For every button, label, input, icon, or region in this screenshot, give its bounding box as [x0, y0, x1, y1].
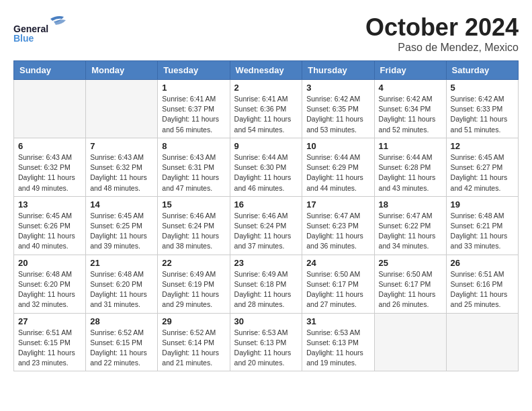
calendar-cell: 31Sunrise: 6:53 AMSunset: 6:13 PMDayligh…	[302, 313, 374, 371]
day-info: Sunrise: 6:46 AMSunset: 6:24 PMDaylight:…	[162, 211, 225, 252]
title-block: October 2024 Paso de Mendez, Mexico	[365, 13, 519, 54]
day-info: Sunrise: 6:51 AMSunset: 6:15 PMDaylight:…	[18, 328, 81, 369]
day-number: 17	[306, 199, 369, 210]
calendar-cell: 10Sunrise: 6:44 AMSunset: 6:29 PMDayligh…	[302, 138, 374, 196]
calendar-cell: 7Sunrise: 6:43 AMSunset: 6:32 PMDaylight…	[86, 138, 158, 196]
day-number: 5	[451, 83, 514, 93]
day-number: 7	[90, 141, 153, 151]
day-number: 19	[451, 199, 514, 210]
calendar-cell: 24Sunrise: 6:50 AMSunset: 6:17 PMDayligh…	[302, 255, 374, 313]
day-info: Sunrise: 6:48 AMSunset: 6:20 PMDaylight:…	[18, 269, 81, 310]
day-number: 20	[18, 258, 81, 268]
calendar-cell: 6Sunrise: 6:43 AMSunset: 6:32 PMDaylight…	[14, 138, 86, 196]
day-number: 11	[379, 141, 442, 151]
calendar-cell	[374, 313, 446, 371]
day-info: Sunrise: 6:44 AMSunset: 6:28 PMDaylight:…	[379, 152, 442, 193]
calendar-cell: 11Sunrise: 6:44 AMSunset: 6:28 PMDayligh…	[374, 138, 446, 196]
logo: General Blue	[13, 13, 74, 44]
day-header-saturday: Saturday	[446, 61, 518, 80]
day-number: 30	[234, 316, 298, 326]
calendar-cell	[446, 313, 518, 371]
day-header-monday: Monday	[86, 61, 158, 80]
day-info: Sunrise: 6:44 AMSunset: 6:29 PMDaylight:…	[306, 152, 369, 193]
calendar-cell: 26Sunrise: 6:51 AMSunset: 6:16 PMDayligh…	[446, 255, 518, 313]
location-title: Paso de Mendez, Mexico	[365, 42, 519, 54]
day-number: 27	[18, 316, 81, 326]
day-number: 12	[451, 141, 514, 151]
calendar-cell: 20Sunrise: 6:48 AMSunset: 6:20 PMDayligh…	[14, 255, 86, 313]
day-info: Sunrise: 6:47 AMSunset: 6:23 PMDaylight:…	[306, 211, 369, 252]
day-number: 28	[90, 316, 153, 326]
day-number: 23	[234, 258, 298, 268]
calendar-cell: 4Sunrise: 6:42 AMSunset: 6:34 PMDaylight…	[374, 80, 446, 138]
day-number: 29	[162, 316, 225, 326]
day-number: 31	[306, 316, 369, 326]
day-header-tuesday: Tuesday	[158, 61, 230, 80]
calendar-cell: 19Sunrise: 6:48 AMSunset: 6:21 PMDayligh…	[446, 196, 518, 255]
day-number: 1	[162, 83, 225, 93]
day-header-thursday: Thursday	[302, 61, 374, 80]
day-number: 10	[306, 141, 369, 151]
calendar-week-1: 6Sunrise: 6:43 AMSunset: 6:32 PMDaylight…	[14, 138, 519, 196]
calendar-table: SundayMondayTuesdayWednesdayThursdayFrid…	[13, 60, 519, 371]
day-info: Sunrise: 6:42 AMSunset: 6:33 PMDaylight:…	[451, 94, 514, 135]
day-info: Sunrise: 6:43 AMSunset: 6:32 PMDaylight:…	[90, 152, 153, 193]
day-number: 21	[90, 258, 153, 268]
calendar-cell: 29Sunrise: 6:52 AMSunset: 6:14 PMDayligh…	[158, 313, 230, 371]
day-info: Sunrise: 6:50 AMSunset: 6:17 PMDaylight:…	[306, 269, 369, 310]
calendar-cell: 2Sunrise: 6:41 AMSunset: 6:36 PMDaylight…	[230, 80, 302, 138]
day-number: 2	[234, 83, 298, 93]
svg-text:Blue: Blue	[13, 33, 34, 44]
calendar-header-row: SundayMondayTuesdayWednesdayThursdayFrid…	[14, 61, 519, 80]
calendar-week-3: 20Sunrise: 6:48 AMSunset: 6:20 PMDayligh…	[14, 255, 519, 313]
day-number: 13	[18, 199, 81, 210]
day-info: Sunrise: 6:43 AMSunset: 6:31 PMDaylight:…	[162, 152, 225, 193]
day-info: Sunrise: 6:41 AMSunset: 6:37 PMDaylight:…	[162, 94, 225, 135]
calendar-cell: 18Sunrise: 6:47 AMSunset: 6:22 PMDayligh…	[374, 196, 446, 255]
calendar-cell: 21Sunrise: 6:48 AMSunset: 6:20 PMDayligh…	[86, 255, 158, 313]
calendar-cell: 8Sunrise: 6:43 AMSunset: 6:31 PMDaylight…	[158, 138, 230, 196]
calendar-cell: 22Sunrise: 6:49 AMSunset: 6:19 PMDayligh…	[158, 255, 230, 313]
calendar-cell: 16Sunrise: 6:46 AMSunset: 6:24 PMDayligh…	[230, 196, 302, 255]
day-number: 4	[379, 83, 442, 93]
day-info: Sunrise: 6:45 AMSunset: 6:25 PMDaylight:…	[90, 211, 153, 252]
day-number: 26	[451, 258, 514, 268]
day-info: Sunrise: 6:49 AMSunset: 6:19 PMDaylight:…	[162, 269, 225, 310]
month-title: October 2024	[365, 13, 519, 42]
calendar-cell	[14, 80, 86, 138]
day-info: Sunrise: 6:47 AMSunset: 6:22 PMDaylight:…	[379, 211, 442, 252]
calendar-cell: 23Sunrise: 6:49 AMSunset: 6:18 PMDayligh…	[230, 255, 302, 313]
day-number: 8	[162, 141, 225, 151]
calendar-cell: 12Sunrise: 6:45 AMSunset: 6:27 PMDayligh…	[446, 138, 518, 196]
day-info: Sunrise: 6:51 AMSunset: 6:16 PMDaylight:…	[451, 269, 514, 310]
calendar-cell: 9Sunrise: 6:44 AMSunset: 6:30 PMDaylight…	[230, 138, 302, 196]
calendar-cell: 17Sunrise: 6:47 AMSunset: 6:23 PMDayligh…	[302, 196, 374, 255]
page-header: General Blue October 2024 Paso de Mendez…	[13, 13, 519, 54]
day-number: 24	[306, 258, 369, 268]
calendar-cell: 27Sunrise: 6:51 AMSunset: 6:15 PMDayligh…	[14, 313, 86, 371]
day-info: Sunrise: 6:45 AMSunset: 6:27 PMDaylight:…	[451, 152, 514, 193]
calendar-cell: 15Sunrise: 6:46 AMSunset: 6:24 PMDayligh…	[158, 196, 230, 255]
calendar-week-2: 13Sunrise: 6:45 AMSunset: 6:26 PMDayligh…	[14, 196, 519, 255]
day-number: 18	[379, 199, 442, 210]
day-info: Sunrise: 6:42 AMSunset: 6:35 PMDaylight:…	[306, 94, 369, 135]
calendar-cell: 30Sunrise: 6:53 AMSunset: 6:13 PMDayligh…	[230, 313, 302, 371]
calendar-cell: 28Sunrise: 6:52 AMSunset: 6:15 PMDayligh…	[86, 313, 158, 371]
day-info: Sunrise: 6:53 AMSunset: 6:13 PMDaylight:…	[234, 328, 298, 369]
calendar-cell: 14Sunrise: 6:45 AMSunset: 6:25 PMDayligh…	[86, 196, 158, 255]
day-info: Sunrise: 6:48 AMSunset: 6:20 PMDaylight:…	[90, 269, 153, 310]
calendar-cell: 25Sunrise: 6:50 AMSunset: 6:17 PMDayligh…	[374, 255, 446, 313]
calendar-week-0: 1Sunrise: 6:41 AMSunset: 6:37 PMDaylight…	[14, 80, 519, 138]
calendar-cell	[86, 80, 158, 138]
day-info: Sunrise: 6:42 AMSunset: 6:34 PMDaylight:…	[379, 94, 442, 135]
calendar-cell: 1Sunrise: 6:41 AMSunset: 6:37 PMDaylight…	[158, 80, 230, 138]
day-info: Sunrise: 6:41 AMSunset: 6:36 PMDaylight:…	[234, 94, 298, 135]
day-info: Sunrise: 6:44 AMSunset: 6:30 PMDaylight:…	[234, 152, 298, 193]
calendar-cell: 13Sunrise: 6:45 AMSunset: 6:26 PMDayligh…	[14, 196, 86, 255]
day-header-sunday: Sunday	[14, 61, 86, 80]
day-number: 9	[234, 141, 298, 151]
logo-svg: General Blue	[13, 13, 74, 44]
day-number: 22	[162, 258, 225, 268]
day-number: 25	[379, 258, 442, 268]
day-info: Sunrise: 6:53 AMSunset: 6:13 PMDaylight:…	[306, 328, 369, 369]
